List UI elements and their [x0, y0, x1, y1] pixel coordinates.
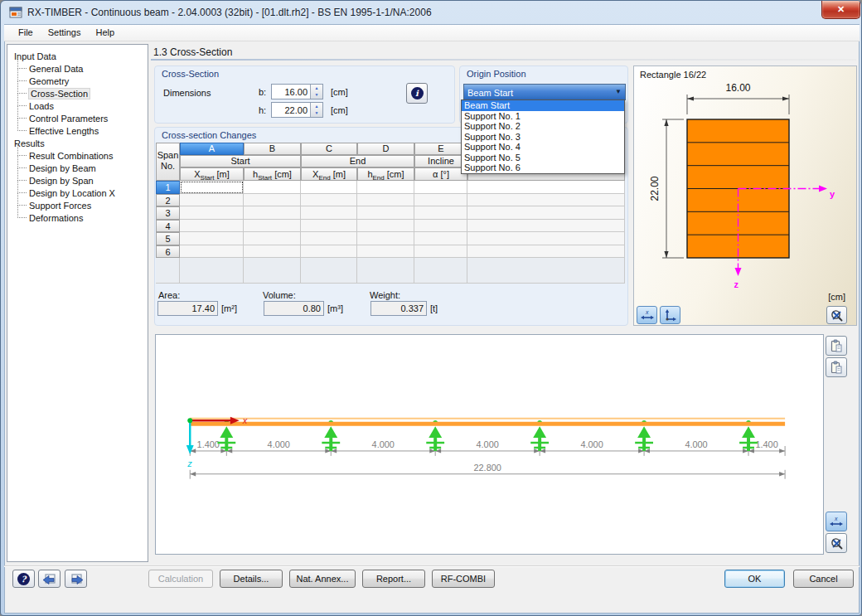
row-header-6[interactable]: 6: [156, 245, 180, 259]
origin-option-beam-start[interactable]: Beam Start: [462, 100, 624, 111]
b-input[interactable]: 16.00 ▲▼: [271, 84, 323, 99]
sidebar-item-design-by-location-x[interactable]: Design by Location X: [27, 187, 148, 199]
cell-C4[interactable]: [301, 220, 357, 233]
clipboard-icon: [830, 339, 843, 353]
spin-up-icon[interactable]: ▲: [311, 103, 322, 109]
origin-option-support-no-4[interactable]: Support No. 4: [462, 142, 624, 153]
cell-C6[interactable]: [301, 245, 357, 259]
cell-D3[interactable]: [357, 206, 414, 220]
h-input[interactable]: 22.00 ▲▼: [271, 102, 323, 118]
sidebar-section-results[interactable]: Results: [7, 137, 148, 149]
cell-E6[interactable]: [414, 245, 467, 259]
cell-A4[interactable]: [180, 220, 244, 233]
origin-position-combobox[interactable]: Beam Start ▼: [463, 84, 626, 100]
next-window-button[interactable]: [65, 570, 87, 588]
sidebar-item-label: Control Parameters: [29, 114, 108, 124]
cell-C3[interactable]: [301, 206, 357, 220]
spin-up-icon[interactable]: ▲: [311, 85, 322, 91]
beam-toggle-dimensions-button[interactable]: x: [826, 512, 847, 531]
b-spinner[interactable]: ▲▼: [310, 85, 322, 99]
sidebar-item-cross-section[interactable]: Cross-Section: [27, 87, 148, 99]
h-spinner[interactable]: ▲▼: [310, 103, 322, 117]
cell-E4[interactable]: [414, 220, 467, 233]
rf-combi-button[interactable]: RF-COMBI: [432, 570, 495, 588]
menu-file[interactable]: File: [11, 25, 41, 39]
menu-bar: FileSettingsHelp: [4, 25, 860, 41]
column-header-a[interactable]: A: [180, 143, 244, 155]
cell-A1[interactable]: [180, 181, 244, 194]
sidebar-item-label: Geometry: [29, 76, 69, 86]
origin-option-support-no-5[interactable]: Support No. 5: [462, 153, 624, 163]
cell-C5[interactable]: [301, 232, 357, 245]
cell-A2[interactable]: [180, 194, 244, 207]
cell-B2[interactable]: [244, 194, 301, 207]
toggle-axes-button[interactable]: [660, 306, 680, 324]
toggle-dimensions-button[interactable]: x: [637, 306, 657, 324]
origin-option-support-no-6[interactable]: Support No. 6: [462, 162, 624, 173]
cell-A5[interactable]: [180, 232, 244, 245]
cancel-button[interactable]: Cancel: [793, 570, 854, 588]
cell-B6[interactable]: [244, 245, 301, 259]
cross-section-svg: 16.0022.00yz: [634, 78, 856, 303]
cell-D4[interactable]: [357, 220, 414, 233]
sidebar-item-design-by-beam[interactable]: Design by Beam: [27, 162, 148, 174]
sidebar-item-general-data[interactable]: General Data: [27, 62, 148, 75]
spin-down-icon[interactable]: ▼: [311, 91, 322, 98]
cell-E5[interactable]: [414, 232, 467, 245]
origin-option-support-no-3[interactable]: Support No. 3: [462, 132, 624, 143]
column-header-c[interactable]: C: [301, 143, 357, 155]
cell-D5[interactable]: [357, 232, 414, 245]
menu-help[interactable]: Help: [88, 25, 122, 39]
cell-C2[interactable]: [301, 194, 357, 207]
cell-A3[interactable]: [180, 206, 244, 220]
cell-A6[interactable]: [180, 245, 244, 259]
cell-C1[interactable]: [301, 181, 357, 194]
column-header-e[interactable]: E: [414, 143, 467, 155]
details-button[interactable]: Details...: [220, 570, 283, 588]
column-header-b[interactable]: B: [244, 143, 301, 155]
column-header-d[interactable]: D: [357, 143, 414, 155]
row-header-2[interactable]: 2: [156, 194, 180, 207]
cell-E1[interactable]: [414, 181, 467, 194]
copy-picture-button[interactable]: [826, 357, 847, 377]
row-header-1[interactable]: 1: [156, 181, 180, 194]
chevron-down-icon[interactable]: ▼: [615, 88, 622, 95]
sidebar-item-design-by-span[interactable]: Design by Span: [27, 174, 148, 187]
report-button[interactable]: Report...: [362, 570, 425, 588]
cell-D1[interactable]: [357, 181, 414, 194]
info-button[interactable]: i: [406, 83, 428, 104]
row-header-4[interactable]: 4: [156, 220, 180, 233]
previous-window-button[interactable]: [38, 570, 61, 588]
row-header-5[interactable]: 5: [156, 232, 180, 245]
nat-annex-button[interactable]: Nat. Annex...: [289, 570, 356, 588]
copy-to-clipboard-button[interactable]: [826, 336, 847, 356]
spin-down-icon[interactable]: ▼: [311, 109, 322, 116]
beam-zoom-extents-button[interactable]: [826, 533, 847, 553]
cell-B1[interactable]: [244, 181, 301, 194]
cell-B3[interactable]: [244, 206, 301, 220]
origin-option-support-no-2[interactable]: Support No. 2: [462, 121, 624, 132]
preview-zoom-extents-button[interactable]: [826, 306, 847, 324]
help-button[interactable]: ?: [12, 570, 35, 588]
sidebar-item-effective-lengths[interactable]: Effective Lengths: [27, 124, 148, 137]
sidebar-item-deformations[interactable]: Deformations: [27, 211, 148, 224]
sidebar-item-result-combinations[interactable]: Result Combinations: [27, 149, 148, 162]
cell-B4[interactable]: [244, 220, 301, 233]
sidebar-item-control-parameters[interactable]: Control Parameters: [27, 112, 148, 124]
cell-E3[interactable]: [414, 206, 467, 220]
sidebar-item-loads[interactable]: Loads: [27, 99, 148, 112]
cell-D2[interactable]: [357, 194, 414, 207]
ok-button[interactable]: OK: [724, 570, 785, 588]
cell-E2[interactable]: [414, 194, 467, 207]
cell-D6[interactable]: [357, 245, 414, 259]
sidebar-item-geometry[interactable]: Geometry: [27, 75, 148, 87]
row-header-3[interactable]: 3: [156, 206, 180, 220]
origin-option-support-no-1[interactable]: Support No. 1: [462, 111, 624, 122]
titlebar[interactable]: RX-TIMBER - Continuous beam - 2.04.0003 …: [1, 1, 861, 24]
menu-settings[interactable]: Settings: [41, 25, 89, 39]
cross-section-caption: Cross-Section: [162, 69, 219, 79]
close-button[interactable]: ✕: [821, 1, 860, 19]
sidebar-item-support-forces[interactable]: Support Forces: [27, 199, 148, 211]
sidebar-section-input-data[interactable]: Input Data: [7, 50, 148, 62]
cell-B5[interactable]: [244, 232, 301, 245]
